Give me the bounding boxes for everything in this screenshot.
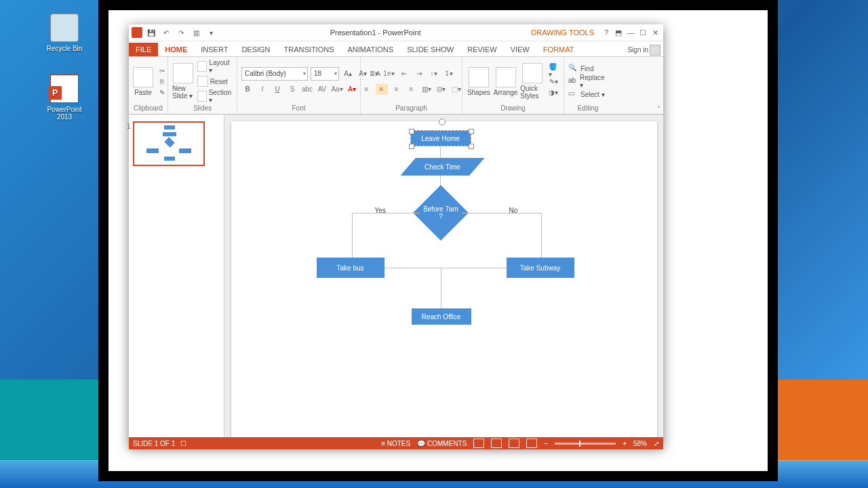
- connector[interactable]: [352, 213, 420, 214]
- tab-file[interactable]: FILE: [129, 43, 158, 56]
- grow-font-icon[interactable]: A▴: [343, 69, 353, 79]
- slideshow-icon[interactable]: ▥: [191, 28, 201, 37]
- align-left-icon[interactable]: ≡: [361, 84, 373, 95]
- font-name-combo[interactable]: Calibri (Body): [241, 67, 308, 81]
- selection-handle[interactable]: [409, 144, 414, 149]
- thumbnail-pane[interactable]: 1: [129, 115, 224, 437]
- font-color-icon[interactable]: A▾: [346, 84, 358, 95]
- linespacing-icon[interactable]: ↕▾: [428, 68, 440, 79]
- minimize-icon[interactable]: ―: [625, 28, 636, 37]
- shape-check-time[interactable]: Check Time: [401, 158, 485, 176]
- connector[interactable]: [440, 146, 441, 158]
- text-direction-icon[interactable]: ↧▾: [443, 68, 455, 79]
- selection-handle[interactable]: [409, 129, 414, 134]
- zoom-slider[interactable]: [555, 443, 616, 445]
- shape-leave-home[interactable]: Leave Home: [411, 131, 471, 146]
- cut-icon[interactable]: ✂: [157, 66, 167, 75]
- tab-insert[interactable]: INSERT: [194, 43, 235, 56]
- shape-take-bus[interactable]: Take bus: [317, 258, 384, 278]
- help-icon[interactable]: ?: [601, 28, 612, 37]
- outdent-icon[interactable]: ⇤: [398, 68, 410, 79]
- layout-button[interactable]: Layout ▾: [197, 58, 233, 75]
- slide[interactable]: Leave Home Check Time Before 7am ?: [231, 121, 657, 437]
- spacing-icon[interactable]: AV: [316, 84, 328, 95]
- maximize-icon[interactable]: ☐: [637, 28, 648, 37]
- new-slide-button[interactable]: New Slide ▾: [172, 63, 195, 100]
- shape-take-subway[interactable]: Take Subway: [507, 258, 574, 278]
- ribbon-collapse-icon[interactable]: ⬒: [613, 28, 624, 37]
- tab-home[interactable]: HOME: [158, 43, 194, 56]
- font-size-combo[interactable]: 18: [311, 67, 339, 81]
- normal-view-icon[interactable]: [473, 439, 484, 448]
- shape-outline-icon[interactable]: ✎▾: [549, 77, 558, 86]
- redo-icon[interactable]: ↷: [176, 28, 186, 37]
- tab-transitions[interactable]: TRANSITIONS: [277, 43, 341, 56]
- zoom-level[interactable]: 58%: [633, 440, 647, 447]
- case-icon[interactable]: Aa▾: [331, 84, 343, 95]
- save-icon[interactable]: 💾: [146, 28, 156, 37]
- selection-handle[interactable]: [469, 129, 474, 134]
- arrange-button[interactable]: Arrange: [494, 67, 518, 96]
- italic-icon[interactable]: I: [256, 84, 269, 95]
- strike-icon[interactable]: S: [286, 84, 298, 95]
- selection-handle[interactable]: [469, 144, 474, 149]
- tab-animations[interactable]: ANIMATIONS: [341, 43, 401, 56]
- qat-more-icon[interactable]: ▾: [206, 28, 216, 37]
- smartart-icon[interactable]: ⬚▾: [450, 84, 462, 95]
- shape-fill-icon[interactable]: 🪣▾: [549, 66, 558, 75]
- find-button[interactable]: 🔍Find: [568, 64, 593, 73]
- align-center-icon[interactable]: ≡: [376, 84, 388, 95]
- tab-review[interactable]: REVIEW: [460, 43, 503, 56]
- collapse-ribbon-icon[interactable]: ˄: [657, 105, 660, 113]
- shapes-button[interactable]: Shapes: [467, 67, 491, 96]
- copy-icon[interactable]: ⎘: [157, 77, 167, 86]
- tab-slideshow[interactable]: SLIDE SHOW: [400, 43, 460, 56]
- shape-effects-icon[interactable]: ◑▾: [549, 87, 558, 97]
- format-painter-icon[interactable]: ✎: [157, 87, 167, 97]
- underline-icon[interactable]: U: [271, 84, 283, 95]
- bullets-icon[interactable]: ≣▾: [368, 68, 380, 79]
- indent-icon[interactable]: ⇥: [413, 68, 425, 79]
- connector[interactable]: [384, 268, 507, 268]
- align-text-icon[interactable]: ⊟▾: [435, 84, 448, 95]
- new-slide-icon: [173, 63, 193, 83]
- recycle-bin-icon[interactable]: Recycle Bin: [41, 14, 88, 52]
- connector[interactable]: [441, 268, 441, 308]
- justify-icon[interactable]: ≡: [406, 84, 418, 95]
- shadow-icon[interactable]: abc: [301, 84, 313, 95]
- notes-button[interactable]: ≡ NOTES: [381, 440, 410, 447]
- reset-button[interactable]: Reset: [197, 75, 233, 87]
- zoom-in-icon[interactable]: +: [623, 440, 627, 447]
- sorter-view-icon[interactable]: [491, 439, 502, 448]
- connector[interactable]: [541, 213, 542, 258]
- zoom-out-icon[interactable]: −: [544, 440, 548, 447]
- connector[interactable]: [462, 213, 542, 214]
- sign-in[interactable]: Sign in: [623, 43, 663, 56]
- slide-canvas-area[interactable]: Leave Home Check Time Before 7am ?: [224, 115, 663, 437]
- shape-decision[interactable]: Before 7am ?: [412, 185, 468, 241]
- slide-thumbnail-1[interactable]: 1: [133, 121, 205, 166]
- select-button[interactable]: ▭Select ▾: [568, 89, 605, 99]
- paste-button[interactable]: Paste: [133, 67, 153, 96]
- align-right-icon[interactable]: ≡: [391, 84, 403, 95]
- section-button[interactable]: Section ▾: [197, 88, 233, 104]
- close-icon[interactable]: ✕: [650, 28, 660, 37]
- spell-check-icon[interactable]: ☐: [180, 440, 186, 447]
- numbering-icon[interactable]: 1≡▾: [383, 68, 395, 79]
- undo-icon[interactable]: ↶: [161, 28, 171, 37]
- reading-view-icon[interactable]: [509, 439, 519, 448]
- powerpoint-desktop-icon[interactable]: PowerPoint 2013: [41, 75, 88, 121]
- slideshow-view-icon[interactable]: [526, 439, 537, 448]
- bold-icon[interactable]: B: [241, 84, 254, 95]
- comments-button[interactable]: 💬 COMMENTS: [417, 440, 467, 447]
- quick-styles-button[interactable]: Quick Styles: [520, 63, 545, 100]
- replace-button[interactable]: abReplace ▾: [568, 74, 608, 89]
- rotation-handle-icon[interactable]: [439, 119, 446, 125]
- fit-to-window-icon[interactable]: ⤢: [654, 440, 659, 447]
- columns-icon[interactable]: ▥▾: [420, 84, 433, 95]
- shape-reach-office[interactable]: Reach Office: [412, 308, 471, 325]
- tab-format[interactable]: FORMAT: [536, 43, 581, 56]
- connector[interactable]: [352, 213, 353, 258]
- tab-view[interactable]: VIEW: [504, 43, 536, 56]
- tab-design[interactable]: DESIGN: [235, 43, 277, 56]
